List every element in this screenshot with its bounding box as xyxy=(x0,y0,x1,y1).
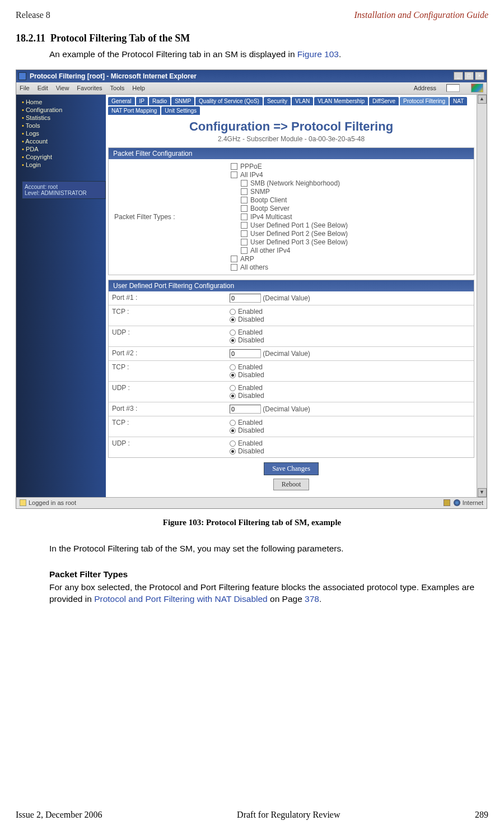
sidebar-item-pda[interactable]: PDA xyxy=(22,145,106,153)
sidebar-level-line: Level: ADMINISTRATOR xyxy=(25,190,103,196)
pft-page-link[interactable]: 378 xyxy=(305,594,319,604)
radio-enabled[interactable] xyxy=(230,440,236,447)
menu-view[interactable]: View xyxy=(56,85,69,91)
filter-checkbox-item: All IPv4 xyxy=(231,171,348,179)
radio-disabled[interactable] xyxy=(230,317,236,323)
port-row-value: (Decimal Value) xyxy=(226,402,474,416)
page-subtitle: 2.4GHz - Subscriber Module - 0a-00-3e-20… xyxy=(108,135,474,143)
radio-enabled[interactable] xyxy=(230,385,236,391)
port-row-value: (Decimal Value) xyxy=(226,346,474,360)
port-row-label: TCP : xyxy=(109,416,226,437)
maximize-button[interactable]: □ xyxy=(464,72,474,80)
tab-nat-port-mapping[interactable]: NAT Port Mapping xyxy=(108,106,160,115)
vertical-scrollbar[interactable]: ▲ ▼ xyxy=(477,95,487,497)
checkbox[interactable] xyxy=(241,222,248,229)
scroll-down-icon[interactable]: ▼ xyxy=(478,488,487,497)
tab-qos[interactable]: Quality of Service (QoS) xyxy=(195,97,263,105)
pft-text-3: . xyxy=(319,594,321,604)
sidebar-item-login[interactable]: Login xyxy=(22,161,106,169)
checkbox-label: SMB (Network Neighborhood) xyxy=(250,179,340,187)
port-row-value: EnabledDisabled xyxy=(226,360,474,381)
port-row-value: EnabledDisabled xyxy=(226,437,474,457)
table-row: Port #2 : (Decimal Value) xyxy=(109,346,474,360)
checkbox[interactable] xyxy=(241,180,248,187)
checkbox[interactable] xyxy=(231,171,237,178)
port-row-value: EnabledDisabled xyxy=(226,381,474,402)
radio-disabled[interactable] xyxy=(230,393,236,399)
radio-disabled[interactable] xyxy=(230,428,236,434)
pft-link[interactable]: Protocol and Port Filtering with NAT Dis… xyxy=(94,594,268,604)
port-number-input[interactable] xyxy=(230,349,261,358)
checkbox[interactable] xyxy=(231,163,237,170)
menu-edit[interactable]: Edit xyxy=(38,85,48,91)
tab-protocol-filtering[interactable]: Protocol Filtering xyxy=(400,97,449,105)
sidebar-item-copyright[interactable]: Copyright xyxy=(22,153,106,161)
sidebar-item-configuration[interactable]: Configuration xyxy=(22,106,106,114)
decimal-value-label: (Decimal Value) xyxy=(261,405,310,413)
table-row: UDP :EnabledDisabled xyxy=(109,437,474,457)
section-heading: 18.2.11 Protocol Filtering Tab of the SM xyxy=(16,33,488,44)
close-button[interactable]: × xyxy=(475,72,484,80)
port-row-label: UDP : xyxy=(109,326,226,346)
minimize-button[interactable]: _ xyxy=(454,72,463,80)
checkbox[interactable] xyxy=(241,247,248,254)
checkbox[interactable] xyxy=(241,230,248,237)
menu-file[interactable]: File xyxy=(20,85,30,91)
tab-radio[interactable]: Radio xyxy=(149,97,170,105)
sidebar-item-logs[interactable]: Logs xyxy=(22,129,106,137)
checkbox[interactable] xyxy=(241,214,248,220)
tab-vlan-membership[interactable]: VLAN Membership xyxy=(314,97,368,105)
sidebar-item-tools[interactable]: Tools xyxy=(22,122,106,129)
intro-paragraph: An example of the Protocol Filtering tab… xyxy=(49,49,483,61)
menu-help[interactable]: Help xyxy=(132,85,145,91)
sidebar-item-statistics[interactable]: Statistics xyxy=(22,114,106,122)
filter-checkbox-item: Bootp Client xyxy=(241,196,348,204)
tab-nat[interactable]: NAT xyxy=(450,97,467,105)
tab-vlan[interactable]: VLAN xyxy=(292,97,313,105)
tab-security[interactable]: Security xyxy=(264,97,291,105)
checkbox[interactable] xyxy=(231,256,237,262)
table-row: TCP :EnabledDisabled xyxy=(109,305,474,326)
radio-enabled-label: Enabled xyxy=(238,328,263,336)
checkbox[interactable] xyxy=(241,188,248,195)
tab-strip: General IP Radio SNMP Quality of Service… xyxy=(108,97,474,115)
radio-enabled[interactable] xyxy=(230,364,236,370)
radio-disabled[interactable] xyxy=(230,448,236,455)
tab-ip[interactable]: IP xyxy=(136,97,148,105)
sidebar-item-home[interactable]: Home xyxy=(22,98,106,106)
radio-enabled[interactable] xyxy=(230,420,236,426)
port-number-input[interactable] xyxy=(230,405,261,414)
scroll-up-icon[interactable]: ▲ xyxy=(478,95,487,104)
reboot-button[interactable]: Reboot xyxy=(273,479,310,490)
menu-bar: File Edit View Favorites Tools Help Addr… xyxy=(16,82,487,95)
radio-disabled[interactable] xyxy=(230,372,236,378)
packet-filter-checkbox-list: PPPoEAll IPv4SMB (Network Neighborhood)S… xyxy=(226,163,348,271)
menu-favorites[interactable]: Favorites xyxy=(77,85,102,91)
sidebar-item-account[interactable]: Account xyxy=(22,137,106,145)
port-number-input[interactable] xyxy=(230,294,261,303)
radio-disabled[interactable] xyxy=(230,337,236,344)
port-row-label: Port #3 : xyxy=(109,402,226,416)
port-row-value: (Decimal Value) xyxy=(226,291,474,305)
port-row-label: TCP : xyxy=(109,305,226,326)
table-row: TCP :EnabledDisabled xyxy=(109,360,474,381)
save-changes-button[interactable]: Save Changes xyxy=(264,462,319,475)
tab-diffserve[interactable]: DiffServe xyxy=(369,97,399,105)
tab-general[interactable]: General xyxy=(108,97,135,105)
checkbox[interactable] xyxy=(241,197,248,203)
address-input[interactable] xyxy=(446,84,460,92)
figure-link[interactable]: Figure 103 xyxy=(297,49,339,59)
checkbox[interactable] xyxy=(241,239,248,245)
menu-tools[interactable]: Tools xyxy=(110,85,125,91)
radio-enabled[interactable] xyxy=(230,309,236,315)
checkbox[interactable] xyxy=(241,205,248,212)
window-title: Protocol Filtering [root] - Microsoft In… xyxy=(30,72,452,80)
tab-snmp[interactable]: SNMP xyxy=(171,97,194,105)
checkbox[interactable] xyxy=(231,264,237,271)
panel-packet-filter: Packet Filter Configuration Packet Filte… xyxy=(108,147,474,275)
tab-unit-settings[interactable]: Unit Settings xyxy=(161,106,200,115)
status-bar: Logged in as root Internet xyxy=(16,497,487,508)
winflag-icon xyxy=(471,84,483,92)
filter-checkbox-item: SNMP xyxy=(241,188,348,196)
radio-enabled[interactable] xyxy=(230,330,236,336)
